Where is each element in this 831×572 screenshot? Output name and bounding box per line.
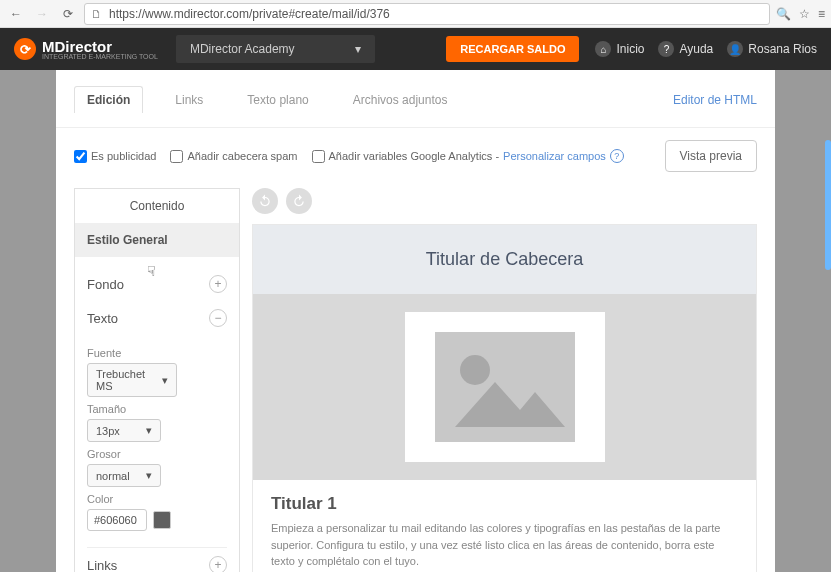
- html-editor-link[interactable]: Editor de HTML: [673, 93, 757, 107]
- editor-panel: Edición Links Texto plano Archivos adjun…: [56, 70, 775, 572]
- fuente-label: Fuente: [87, 347, 227, 359]
- tab-links[interactable]: Links: [163, 87, 215, 113]
- back-button[interactable]: ←: [6, 4, 26, 24]
- app-top-bar: ⟳ MDirector INTEGRATED E-MARKETING TOOL …: [0, 28, 831, 70]
- chevron-down-icon: ▾: [146, 469, 152, 482]
- chevron-down-icon: ▾: [162, 374, 168, 387]
- redo-button[interactable]: [286, 188, 312, 214]
- option-ad[interactable]: Es publicidad: [74, 150, 156, 163]
- url-text: https://www.mdirector.com/private#create…: [109, 7, 763, 21]
- account-dropdown[interactable]: MDirector Academy ▾: [176, 35, 375, 63]
- svg-point-1: [460, 355, 490, 385]
- undo-button[interactable]: [252, 188, 278, 214]
- reload-button[interactable]: ⟳: [58, 4, 78, 24]
- help-icon: ?: [658, 41, 674, 57]
- image-placeholder-icon: [435, 332, 575, 442]
- tamano-dropdown[interactable]: 13px ▾: [87, 419, 161, 442]
- text-title: Titular 1: [271, 494, 738, 514]
- search-icon[interactable]: 🔍: [776, 7, 791, 21]
- page-icon: 🗋: [91, 8, 105, 20]
- options-row: Es publicidad Añadir cabecera spam Añadi…: [56, 128, 775, 184]
- text-block[interactable]: Titular 1 Empieza a personalizar tu mail…: [253, 480, 756, 572]
- image-placeholder: [405, 312, 605, 462]
- general-style-header[interactable]: Estilo General: [74, 223, 240, 257]
- logo-icon: ⟳: [14, 38, 36, 60]
- user-link[interactable]: 👤 Rosana Rios: [727, 41, 817, 57]
- color-label: Color: [87, 493, 227, 505]
- grosor-dropdown[interactable]: normal ▾: [87, 464, 161, 487]
- expand-fondo[interactable]: +: [209, 275, 227, 293]
- scrollbar[interactable]: [825, 140, 831, 270]
- preview-button[interactable]: Vista previa: [665, 140, 757, 172]
- texto-label: Texto: [87, 311, 118, 326]
- logo[interactable]: ⟳ MDirector INTEGRATED E-MARKETING TOOL: [14, 38, 158, 60]
- tab-edit[interactable]: Edición: [74, 86, 143, 113]
- chevron-down-icon: ▾: [146, 424, 152, 437]
- checkbox-ga[interactable]: [312, 150, 325, 163]
- option-spam[interactable]: Añadir cabecera spam: [170, 150, 297, 163]
- canvas-area: Titular de Cabecera Titular 1: [240, 188, 757, 572]
- header-block[interactable]: Titular de Cabecera: [253, 225, 756, 294]
- home-icon: ⌂: [595, 41, 611, 57]
- menu-icon[interactable]: ≡: [818, 7, 825, 21]
- main-area: Edición Links Texto plano Archivos adjun…: [0, 70, 831, 572]
- fondo-label: Fondo: [87, 277, 124, 292]
- image-block[interactable]: [253, 294, 756, 480]
- sidebar-tab-content[interactable]: Contenido: [74, 188, 240, 223]
- help-link[interactable]: ? Ayuda: [658, 41, 713, 57]
- collapse-texto[interactable]: −: [209, 309, 227, 327]
- forward-button[interactable]: →: [32, 4, 52, 24]
- editor-body: Contenido Estilo General Fondo + ☟ Texto…: [56, 188, 775, 572]
- tamano-label: Tamaño: [87, 403, 227, 415]
- star-icon[interactable]: ☆: [799, 7, 810, 21]
- grosor-label: Grosor: [87, 448, 227, 460]
- sidebar: Contenido Estilo General Fondo + ☟ Texto…: [74, 188, 240, 572]
- help-circle-icon[interactable]: ?: [610, 149, 624, 163]
- tab-attachments[interactable]: Archivos adjuntos: [341, 87, 460, 113]
- brand-sub: INTEGRATED E-MARKETING TOOL: [42, 53, 158, 60]
- links-label: Links: [87, 558, 117, 573]
- personalize-link[interactable]: Personalizar campos: [503, 150, 606, 162]
- user-icon: 👤: [727, 41, 743, 57]
- expand-links[interactable]: +: [209, 556, 227, 572]
- email-canvas[interactable]: Titular de Cabecera Titular 1: [252, 224, 757, 572]
- fuente-dropdown[interactable]: Trebuchet MS ▾: [87, 363, 177, 397]
- chevron-down-icon: ▾: [355, 42, 361, 56]
- tabs-row: Edición Links Texto plano Archivos adjun…: [56, 86, 775, 128]
- reload-balance-button[interactable]: RECARGAR SALDO: [446, 36, 579, 62]
- option-ga[interactable]: Añadir variables Google Analytics - Pers…: [312, 149, 624, 163]
- home-link[interactable]: ⌂ Inicio: [595, 41, 644, 57]
- checkbox-spam[interactable]: [170, 150, 183, 163]
- text-body: Empieza a personalizar tu mail editando …: [271, 520, 738, 570]
- checkbox-ad[interactable]: [74, 150, 87, 163]
- browser-chrome: ← → ⟳ 🗋 https://www.mdirector.com/privat…: [0, 0, 831, 28]
- account-name: MDirector Academy: [190, 42, 295, 56]
- cursor-icon: ☟: [147, 263, 156, 279]
- url-bar[interactable]: 🗋 https://www.mdirector.com/private#crea…: [84, 3, 770, 25]
- color-input[interactable]: [87, 509, 147, 531]
- color-swatch[interactable]: [153, 511, 171, 529]
- tab-plain-text[interactable]: Texto plano: [235, 87, 320, 113]
- header-title: Titular de Cabecera: [277, 249, 732, 270]
